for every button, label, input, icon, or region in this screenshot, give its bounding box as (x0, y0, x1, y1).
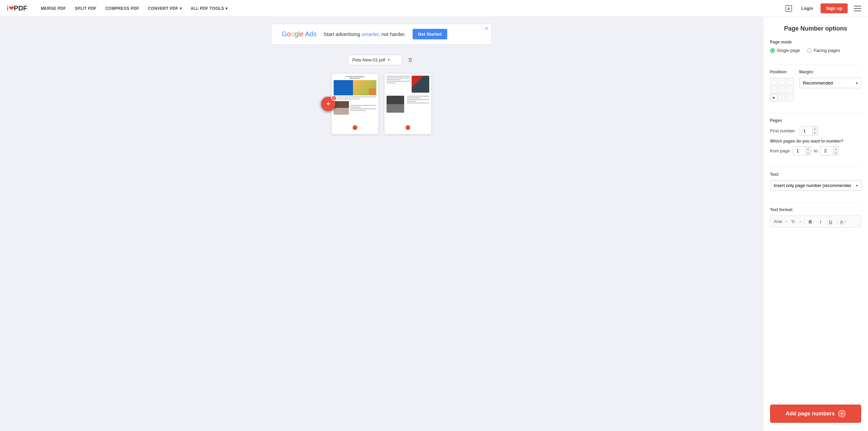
file-dropdown[interactable]: Pets-New-01.pdf ▾ (348, 55, 402, 65)
from-page-label: from page (770, 148, 790, 153)
page1-bottom-text (350, 101, 376, 115)
add-page-numbers-label: Add page numbers (786, 411, 835, 417)
divider-2 (770, 113, 861, 113)
from-page-input-wrapper: ▴ ▾ (793, 146, 811, 155)
pos-mid-center[interactable] (778, 86, 786, 93)
file-name-label: Pets-New-01.pdf (352, 57, 385, 62)
first-number-spinners: ▴ ▾ (812, 127, 817, 135)
pdf-page-1[interactable]: The Health and Mind-HealingBenefits of C… (331, 73, 379, 134)
to-page-down[interactable]: ▾ (833, 151, 838, 155)
first-number-up[interactable]: ▴ (812, 127, 817, 131)
pos-bot-center[interactable] (778, 94, 786, 101)
signup-button[interactable]: Sign up (821, 3, 848, 13)
pos-top-right[interactable] (786, 78, 794, 85)
page1-header-text: The Health and Mind-HealingBenefits of C… (334, 76, 376, 79)
page1-red-dot (353, 125, 357, 130)
text-format-label: Text format: (770, 207, 861, 212)
pos-mid-right[interactable] (786, 86, 794, 93)
ad-close-icon[interactable]: ✕ (485, 26, 489, 31)
single-page-radio[interactable]: Single page (770, 48, 800, 53)
file-dropdown-chevron-icon: ▾ (388, 58, 390, 62)
divider-3 (770, 167, 861, 167)
underline-button[interactable]: U (827, 218, 834, 225)
from-page-down[interactable]: ▾ (805, 151, 811, 155)
login-button[interactable]: Login (798, 4, 816, 13)
right-panel: Page Number options Page mode Single pag… (763, 17, 868, 431)
font-dot-1: • (785, 220, 787, 224)
hamburger-menu-icon[interactable] (854, 6, 861, 11)
nav-merge-pdf[interactable]: MERGE PDF (38, 4, 70, 13)
page2-middle-image (387, 96, 404, 113)
ad-banner: ✕ Google Ads Start advertising smarter, … (271, 24, 492, 44)
pos-mid-left[interactable] (770, 86, 777, 93)
divider-1 (770, 64, 861, 65)
page2-top-text (387, 76, 410, 93)
bold-button[interactable]: B (807, 218, 814, 225)
all-tools-chevron-icon: ▾ (225, 6, 228, 11)
nav-compress-pdf[interactable]: COMPRESS PDF (102, 4, 143, 13)
content-area: ✕ Google Ads Start advertising smarter, … (0, 17, 763, 431)
position-margin-row: Position: (770, 70, 861, 101)
pages-label: Pages (770, 118, 861, 123)
nav-all-tools[interactable]: ALL PDF TOOLS ▾ (187, 4, 231, 13)
page1-text1 (334, 96, 376, 97)
page-mode-label: Page mode (770, 40, 861, 44)
margin-section: Margin: Recommended (799, 70, 861, 88)
to-page-spinners: ▴ ▾ (833, 147, 838, 155)
page2-top (387, 76, 429, 93)
pos-top-left[interactable] (770, 78, 777, 85)
single-page-label: Single page (777, 48, 800, 53)
pages-wrapper: + 1 The Health and Mind-HealingBenefits … (331, 73, 432, 134)
page1-bottom-image (334, 101, 349, 115)
from-page-up[interactable]: ▴ (805, 147, 811, 151)
format-separator-1 (804, 219, 804, 224)
pos-top-center[interactable] (778, 78, 786, 85)
ad-text: Start advertising smarter, not harder. (323, 31, 406, 37)
first-number-input-wrapper: ▴ ▾ (800, 126, 818, 135)
font-color-button[interactable]: A • (840, 219, 846, 224)
add-file-button[interactable]: + 1 (321, 97, 335, 111)
nav-right: Login Sign up (784, 3, 861, 14)
main-layout: ✕ Google Ads Start advertising smarter, … (0, 17, 868, 431)
convert-chevron-icon: ▾ (180, 6, 182, 11)
to-page-up[interactable]: ▴ (833, 147, 838, 151)
which-pages-row: from page ▴ ▾ to ▴ ▾ (770, 146, 861, 155)
page2-top-image (412, 76, 429, 93)
text-dropdown[interactable]: Insert only page number (recommended) (770, 180, 861, 191)
margin-dropdown[interactable]: Recommended (799, 78, 861, 88)
pos-bot-left[interactable] (770, 94, 777, 101)
get-started-button[interactable]: Get Started (413, 29, 447, 39)
page2-red-dot (406, 125, 410, 130)
google-ads-logo: Google Ads (282, 30, 317, 38)
nav-convert-pdf[interactable]: CONVERT PDF ▾ (144, 4, 185, 13)
from-page-spinners: ▴ ▾ (805, 147, 811, 155)
download-app-icon[interactable] (784, 3, 794, 14)
margin-dropdown-wrapper: Recommended (799, 78, 861, 88)
font-color-dot: • (844, 220, 846, 224)
format-toolbar: Arial • Tr • B I U A • (770, 215, 861, 228)
add-page-numbers-button[interactable]: Add page numbers (770, 405, 861, 423)
delete-file-button[interactable] (406, 55, 415, 65)
pages-section: Pages First number: ▴ ▾ Which pages do y… (770, 118, 861, 155)
nav-split-pdf[interactable]: SPLIT PDF (72, 4, 100, 13)
page1-text2 (334, 98, 359, 99)
logo[interactable]: i ❤ PDF (7, 4, 27, 12)
page-mode-row: Single page Facing pages (770, 48, 861, 53)
position-label: Position: (770, 70, 794, 74)
position-grid (770, 78, 794, 101)
facing-pages-radio[interactable]: Facing pages (807, 48, 840, 53)
single-page-radio-circle (770, 48, 775, 53)
position-section: Position: (770, 70, 794, 101)
font-dot-2: • (800, 220, 801, 224)
page1-cat-image (334, 80, 376, 95)
text-label: Text: (770, 172, 861, 177)
margin-label: Margin: (799, 70, 861, 74)
pos-bot-right[interactable] (786, 94, 794, 101)
to-label: to (814, 148, 818, 153)
font-color-label: A (840, 219, 843, 224)
pdf-page-2[interactable] (384, 73, 432, 134)
italic-button[interactable]: I (817, 218, 824, 225)
first-number-down[interactable]: ▾ (812, 131, 817, 135)
font-size-button[interactable]: Tr (789, 218, 797, 225)
spacer (770, 235, 861, 405)
